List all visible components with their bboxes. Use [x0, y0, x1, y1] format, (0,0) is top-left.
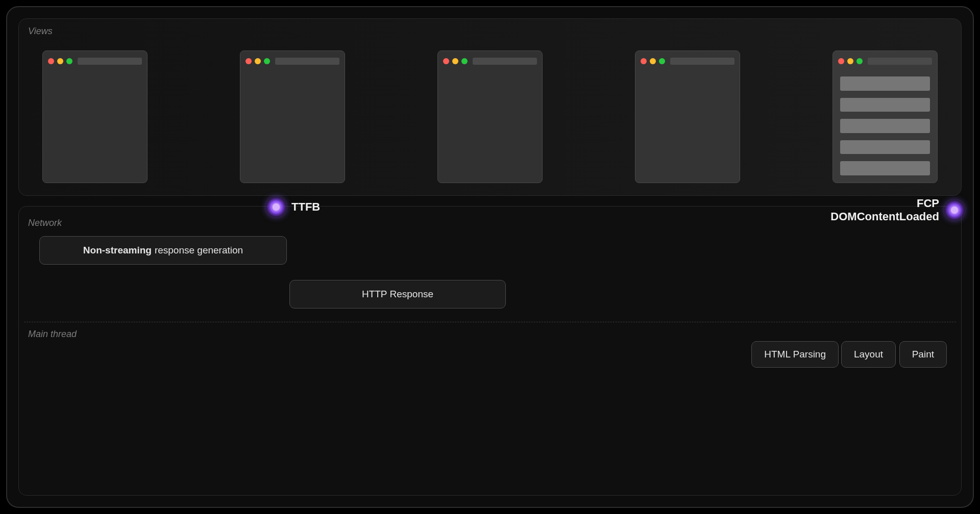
traffic-light-yellow-icon [255, 58, 261, 64]
timeline-panel: Network Non-streaming response generatio… [18, 206, 766, 405]
browser-bar [48, 56, 142, 66]
section-divider [24, 322, 766, 322]
browser-bar [443, 56, 537, 66]
parse-label: HTML Parsing [764, 349, 766, 360]
browser-frame-1 [42, 50, 148, 183]
ttfb-marker: TTFB [266, 197, 320, 217]
browser-bar [641, 56, 734, 66]
browser-frame-2 [240, 50, 345, 183]
url-bar-placeholder [473, 58, 537, 65]
traffic-light-yellow-icon [452, 58, 458, 64]
html-parsing-block: HTML Parsing [751, 341, 766, 368]
main-thread-label: Main thread [28, 329, 77, 340]
url-bar-placeholder [275, 58, 339, 65]
gen-rest: response generation [155, 245, 243, 256]
browser-frame-3 [437, 50, 543, 183]
url-bar-placeholder [670, 58, 734, 65]
traffic-light-green-icon [659, 58, 665, 64]
response-generation-block: Non-streaming response generation [39, 236, 287, 265]
diagram-frame: Views [6, 6, 766, 405]
traffic-light-green-icon [264, 58, 270, 64]
traffic-light-red-icon [443, 58, 449, 64]
marker-dot-icon [266, 197, 286, 217]
traffic-light-red-icon [641, 58, 647, 64]
traffic-light-red-icon [48, 58, 54, 64]
browser-frame-4 [635, 50, 740, 183]
traffic-light-green-icon [66, 58, 72, 64]
network-label: Network [28, 218, 62, 228]
http-label: HTTP Response [362, 289, 433, 300]
traffic-light-red-icon [246, 58, 252, 64]
traffic-light-green-icon [461, 58, 468, 64]
traffic-light-yellow-icon [650, 58, 656, 64]
url-bar-placeholder [78, 58, 142, 65]
views-label: Views [28, 26, 53, 37]
views-row [42, 50, 766, 183]
ttfb-label: TTFB [291, 200, 320, 214]
http-response-block: HTTP Response [289, 280, 506, 309]
views-panel: Views [18, 18, 766, 196]
gen-strong: Non-streaming [83, 245, 152, 256]
browser-bar [246, 56, 339, 66]
traffic-light-yellow-icon [57, 58, 63, 64]
